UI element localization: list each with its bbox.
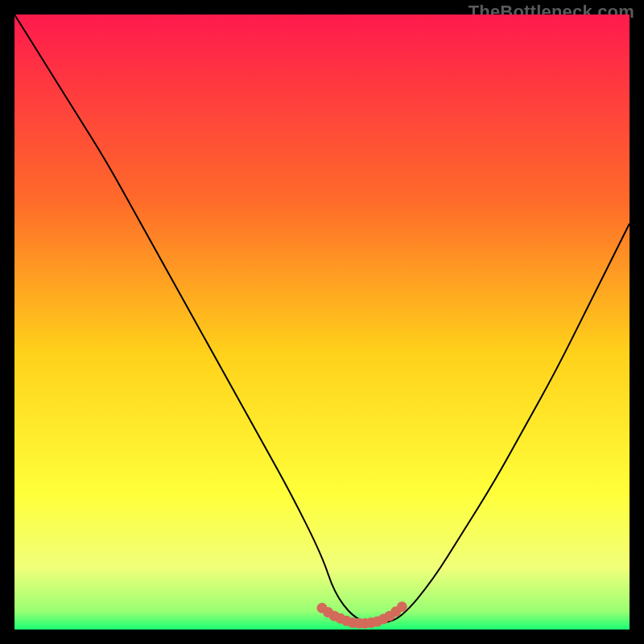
gradient-background bbox=[14, 14, 630, 630]
plot-area bbox=[14, 14, 630, 630]
chart-svg bbox=[14, 14, 630, 630]
chart-container: TheBottleneck.com bbox=[0, 0, 644, 644]
valley-dot bbox=[397, 601, 407, 612]
